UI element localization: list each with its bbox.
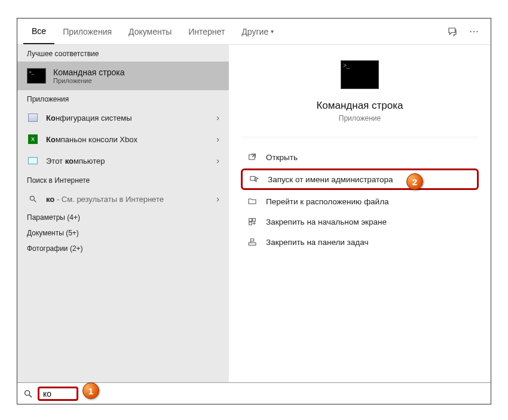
best-match-header: Лучшее соответствие (17, 45, 229, 62)
more-icon[interactable]: ⋯ (463, 21, 485, 42)
tab-internet[interactable]: Интернет (180, 19, 233, 44)
skip-settings[interactable]: Параметры (4+) (17, 210, 229, 225)
pc-icon (27, 155, 39, 167)
search-input[interactable] (43, 389, 73, 398)
tab-all[interactable]: Все (23, 19, 54, 44)
pin-taskbar-icon (247, 237, 258, 247)
svg-rect-6 (249, 222, 252, 225)
skip-photos[interactable]: Фотографии (2+) (17, 241, 229, 256)
app-item-xbox[interactable]: X Компаньон консоли Xbox › (17, 128, 229, 150)
web-header: Поиск в Интернете (17, 171, 229, 188)
app-item-config[interactable]: Конфигурация системы › (17, 107, 229, 128)
tab-docs[interactable]: Документы (120, 19, 180, 44)
search-icon (27, 193, 39, 205)
best-match-item[interactable]: Командная строка Приложение (17, 62, 229, 90)
best-match-kind: Приложение (53, 77, 124, 84)
svg-rect-7 (249, 243, 256, 245)
annotation-badge-1: 1 (82, 382, 99, 399)
actions-list: Открыть Запуск от имени администратора П… (235, 143, 485, 256)
open-icon (247, 152, 258, 163)
preview-panel: Командная строка Приложение Открыть Запу… (229, 45, 491, 382)
search-input-highlight (38, 387, 78, 401)
action-pin-taskbar[interactable]: Закрепить на панели задач (235, 232, 485, 252)
action-run-admin[interactable]: Запуск от имени администратора (241, 168, 479, 190)
chevron-right-icon: › (216, 194, 219, 204)
shield-icon (249, 174, 259, 185)
action-pin-start[interactable]: Закрепить на начальном экране (235, 211, 485, 232)
action-label: Перейти к расположению файла (266, 197, 389, 206)
best-match-name: Командная строка (53, 68, 124, 77)
action-label: Закрепить на панели задач (266, 238, 368, 247)
chevron-right-icon: › (216, 156, 219, 165)
action-label: Закрепить на начальном экране (266, 217, 387, 226)
action-open-location[interactable]: Перейти к расположению файла (235, 191, 485, 211)
web-result-item[interactable]: ко - См. результаты в Интернете › (17, 188, 229, 210)
feedback-icon[interactable] (442, 21, 463, 42)
xbox-icon: X (27, 133, 39, 145)
tab-apps[interactable]: Приложения (54, 19, 120, 44)
app-item-label: Этот компьютер (46, 157, 209, 165)
svg-line-9 (29, 395, 32, 397)
annotation-badge-2: 2 (406, 173, 423, 190)
preview-name: Командная строка (316, 100, 403, 112)
app-item-label: Компаньон консоли Xbox (46, 135, 209, 144)
tab-bar: Все Приложения Документы Интернет Другие… (17, 19, 491, 45)
search-window: Все Приложения Документы Интернет Другие… (17, 18, 491, 404)
skip-documents[interactable]: Документы (5+) (17, 225, 229, 241)
action-label: Открыть (266, 153, 298, 162)
action-open[interactable]: Открыть (235, 147, 485, 167)
svg-rect-4 (249, 219, 252, 222)
apps-header: Приложения (17, 90, 229, 107)
results-panel: Лучшее соответствие Командная строка При… (17, 45, 229, 382)
svg-rect-5 (253, 219, 256, 222)
cmd-icon (27, 68, 46, 84)
chevron-right-icon: › (216, 113, 219, 122)
svg-line-1 (34, 200, 36, 203)
config-icon (27, 112, 39, 124)
action-label: Запуск от имени администратора (268, 175, 393, 184)
svg-point-8 (25, 390, 30, 395)
chevron-right-icon: › (216, 134, 219, 144)
web-result-label: ко - См. результаты в Интернете (46, 195, 209, 204)
folder-icon (247, 196, 258, 207)
app-item-label: Конфигурация системы (46, 114, 209, 122)
app-item-pc[interactable]: Этот компьютер › (17, 150, 229, 171)
pin-start-icon (247, 216, 258, 227)
tab-other[interactable]: Другие▾ (233, 19, 282, 44)
chevron-down-icon: ▾ (271, 28, 274, 35)
preview-cmd-icon (341, 60, 379, 89)
svg-point-0 (30, 196, 34, 200)
search-icon (23, 389, 33, 398)
preview-kind: Приложение (339, 114, 381, 122)
svg-rect-3 (250, 176, 255, 180)
